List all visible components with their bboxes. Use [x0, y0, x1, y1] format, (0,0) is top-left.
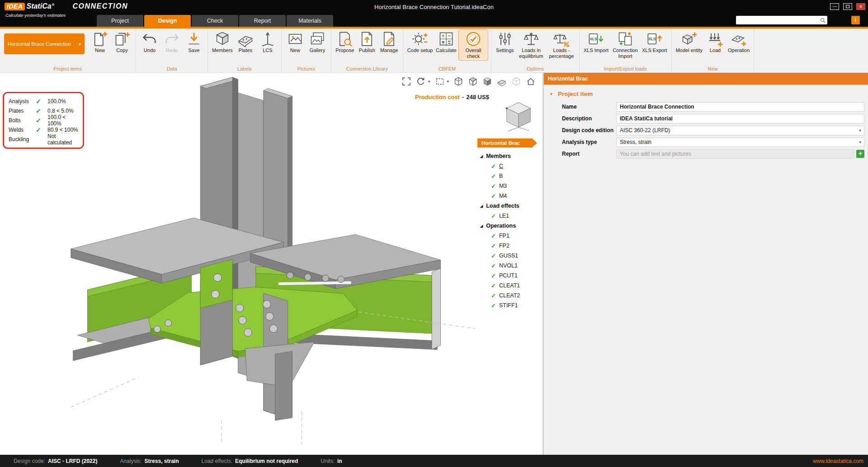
expander-icon[interactable]: ◢	[480, 204, 483, 208]
ribbon-item-members[interactable]: Members	[211, 30, 234, 54]
ribbon-group-pictures: NewGalleryPictures	[282, 29, 331, 72]
ribbon-item-plates[interactable]: Plates	[235, 30, 256, 54]
close-button[interactable]: ×	[856, 3, 865, 10]
tree-item-nvol1[interactable]: ✓NVOL1	[477, 261, 542, 271]
check-icon: ✓	[491, 243, 496, 249]
ribbon-item-connection-import[interactable]: Connection Import	[611, 30, 640, 60]
search-input[interactable]	[736, 17, 820, 24]
add-report-button[interactable]: +	[856, 150, 864, 158]
prop-field-description[interactable]: IDEA StatiCa tutorial	[616, 114, 864, 124]
ribbon-item-lcs[interactable]: LCS	[257, 30, 278, 54]
navigation-cube[interactable]	[500, 97, 537, 134]
fit-view-icon[interactable]	[401, 76, 411, 86]
ribbon-item-calculate[interactable]: Calculate	[435, 30, 458, 54]
app-logo: IDEA StatiCa® CONNECTION	[5, 2, 128, 10]
ribbon-item-load[interactable]: Load	[705, 30, 726, 54]
tree-item-c[interactable]: ✓C	[477, 161, 542, 171]
check-icon: ✓	[491, 292, 496, 299]
tab-project[interactable]: Project	[97, 15, 143, 27]
ribbon-item-new[interactable]: New	[285, 30, 306, 54]
ribbon-item-publish[interactable]: Publish	[357, 30, 377, 54]
tree-item-le1[interactable]: ✓LE1	[477, 211, 542, 221]
svg-text:XLS: XLS	[648, 37, 656, 41]
check-icon: ✓	[36, 98, 47, 105]
section-project-item[interactable]: ▼ Project item	[549, 91, 868, 97]
tab-materials[interactable]: Materials	[287, 15, 333, 27]
tab-design[interactable]: Design	[144, 15, 191, 27]
tab-check[interactable]: Check	[192, 15, 238, 27]
maximize-button[interactable]	[843, 3, 852, 10]
caret-down-icon[interactable]: ▾	[447, 79, 449, 84]
tab-report[interactable]: Report	[239, 15, 286, 27]
info-button[interactable]: i	[851, 16, 860, 24]
lcs-icon	[259, 31, 276, 47]
section-collapse-icon[interactable]: ▼	[549, 92, 553, 96]
rotate-view-icon[interactable]	[416, 76, 426, 86]
prop-field-report[interactable]: You can add text and pictures	[616, 149, 854, 159]
ribbon-item-copy[interactable]: Copy	[112, 30, 132, 54]
tree-item-cleat1[interactable]: ✓CLEAT1	[477, 281, 542, 291]
viewport-3d[interactable]: Analysis✓100.0%Plates✓0.8 < 5.0%Bolts✓10…	[0, 73, 542, 455]
check-icon: ✓	[491, 193, 496, 200]
tree-item-guss1[interactable]: ✓GUSS1	[477, 251, 542, 261]
expander-icon[interactable]: ◢	[480, 154, 483, 158]
publish-icon	[359, 31, 375, 47]
prop-field-name[interactable]: Horizontal Brace Connection	[616, 102, 864, 112]
caret-down-icon[interactable]: ▾	[428, 79, 430, 84]
ribbon-item-gallery[interactable]: Gallery	[307, 30, 328, 54]
shaded-view-icon[interactable]	[468, 76, 478, 86]
ribbon-item-model-entity[interactable]: Model entity	[675, 30, 703, 54]
ribbon-item-code-setup[interactable]: Code setup	[406, 30, 434, 54]
plates-view-icon[interactable]	[497, 76, 507, 86]
minimize-button[interactable]: —	[830, 3, 839, 10]
tree-section-load-effects[interactable]: ◢Load effects	[477, 201, 542, 211]
copy-icon	[114, 31, 130, 47]
tree-item-fp2[interactable]: ✓FP2	[477, 241, 542, 251]
ribbon-item-operation[interactable]: Operation	[727, 30, 750, 54]
ribbon-item-redo: Redo	[161, 30, 182, 54]
calculate-icon	[438, 31, 454, 47]
ribbon-item-loads-in-equilibrium[interactable]: Loads in equilibrium	[517, 30, 546, 60]
check-icon: ✓	[491, 233, 496, 239]
production-cost: Production cost-248 US$	[415, 94, 489, 100]
xls-import-icon: XLS	[588, 31, 604, 47]
tree-item-m3[interactable]: ✓M3	[477, 181, 542, 191]
selection-mode-icon[interactable]	[435, 76, 445, 86]
ribbon-group-new: Model entityLoadOperationNew	[672, 29, 755, 72]
ribbon-item-new[interactable]: New	[90, 30, 110, 54]
ribbon-item-xls-export[interactable]: XLSXLS Export	[641, 30, 668, 54]
ribbon-item-settings[interactable]: Settings	[495, 30, 515, 54]
propose-icon	[337, 31, 353, 47]
ribbon-item-overall-check[interactable]: Overall check	[459, 30, 488, 60]
solid-view-icon[interactable]	[482, 76, 492, 86]
check-icon: ✓	[491, 282, 496, 289]
tree-item-cleat2[interactable]: ✓CLEAT2	[477, 291, 542, 300]
prop-field-analysis-type[interactable]: Stress, strain▾	[616, 138, 864, 147]
home-view-icon[interactable]	[526, 76, 536, 86]
website-link[interactable]: www.ideastatica.com	[813, 458, 863, 464]
ribbon-item-xls-import[interactable]: XLSXLS Import	[583, 30, 609, 54]
expander-icon[interactable]: ◢	[480, 224, 483, 228]
ribbon-item-undo[interactable]: Undo	[139, 30, 160, 54]
ribbon-group-cbfem: Code setupCalculateOverall checkCBFEM	[403, 29, 491, 72]
prop-field-design-code-edition[interactable]: AISC 360-22 (LRFD)▾	[616, 126, 864, 135]
connection-banner[interactable]: Horizontal Brac	[477, 138, 537, 148]
tree-item-b[interactable]: ✓B	[477, 171, 542, 181]
project-select-button[interactable]: Horizontal Brace Connection▾	[4, 33, 85, 54]
tree-item-fp1[interactable]: ✓FP1	[477, 231, 542, 241]
tree-item-stiff1[interactable]: ✓STIFF1	[477, 300, 542, 310]
ribbon-group-project-items: Horizontal Brace Connection▾NewCopyProje…	[0, 29, 136, 72]
tree-section-operations[interactable]: ◢Operations	[477, 221, 542, 231]
search-icon[interactable]	[820, 17, 826, 24]
tree-section-members[interactable]: ◢Members	[477, 151, 542, 161]
check-icon: ✓	[491, 253, 496, 259]
ribbon-item-propose[interactable]: Propose	[335, 30, 355, 54]
tree-item-m4[interactable]: ✓M4	[477, 191, 542, 201]
wireframe-view-icon[interactable]	[453, 76, 463, 86]
ribbon-item-save[interactable]: Save	[184, 30, 204, 54]
model-tree: Horizontal Brac ◢Members✓C✓B✓M3✓M4◢Load …	[477, 138, 542, 310]
tree-item-pcut1[interactable]: ✓PCUT1	[477, 271, 542, 281]
check-icon: ✓	[491, 213, 496, 219]
ribbon-item-loads-percentage[interactable]: Loads - percentage	[547, 30, 576, 60]
ribbon-item-manage[interactable]: Manage	[379, 30, 400, 54]
